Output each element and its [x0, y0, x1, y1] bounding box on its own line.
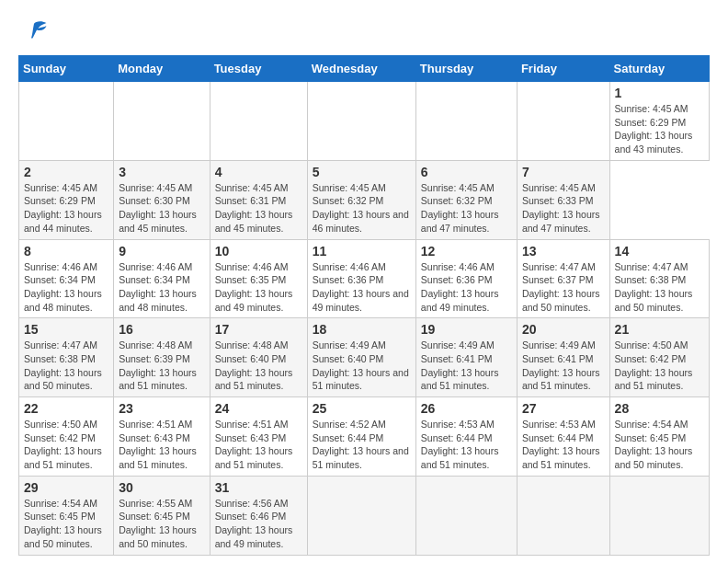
- day-number: 7: [522, 165, 605, 179]
- day-number: 2: [24, 165, 108, 179]
- calendar-week-row: 29Sunrise: 4:54 AMSunset: 6:45 PMDayligh…: [19, 476, 710, 555]
- calendar-cell: [517, 476, 609, 555]
- day-number: 22: [24, 401, 108, 416]
- calendar-cell: 3Sunrise: 4:45 AMSunset: 6:30 PMDaylight…: [114, 160, 210, 239]
- day-number: 21: [615, 322, 704, 337]
- day-info: Sunrise: 4:47 AMSunset: 6:38 PMDaylight:…: [615, 260, 704, 315]
- calendar-cell: 6Sunrise: 4:45 AMSunset: 6:32 PMDaylight…: [415, 160, 517, 239]
- calendar-cell: 21Sunrise: 4:50 AMSunset: 6:42 PMDayligh…: [609, 318, 709, 397]
- day-info: Sunrise: 4:46 AMSunset: 6:34 PMDaylight:…: [24, 260, 108, 315]
- day-number: 6: [421, 165, 512, 179]
- day-number: 3: [119, 165, 204, 179]
- calendar-cell: 22Sunrise: 4:50 AMSunset: 6:42 PMDayligh…: [19, 397, 114, 477]
- day-number: 28: [615, 401, 704, 416]
- calendar-week-row: 8Sunrise: 4:46 AMSunset: 6:34 PMDaylight…: [19, 239, 710, 318]
- calendar-cell: 5Sunrise: 4:45 AMSunset: 6:32 PMDaylight…: [307, 160, 415, 239]
- calendar-cell: [307, 476, 415, 555]
- header-wednesday: Wednesday: [307, 56, 415, 82]
- day-info: Sunrise: 4:45 AMSunset: 6:31 PMDaylight:…: [215, 181, 302, 236]
- day-number: 29: [24, 480, 108, 495]
- calendar-cell: [307, 82, 415, 161]
- calendar-header-row: SundayMondayTuesdayWednesdayThursdayFrid…: [19, 56, 710, 82]
- calendar-cell: 12Sunrise: 4:46 AMSunset: 6:36 PMDayligh…: [415, 239, 517, 318]
- day-number: 26: [421, 401, 512, 416]
- calendar-cell: [114, 82, 210, 161]
- header-saturday: Saturday: [609, 56, 709, 82]
- day-number: 24: [215, 401, 302, 416]
- calendar-table: SundayMondayTuesdayWednesdayThursdayFrid…: [18, 55, 710, 556]
- calendar-cell: [19, 82, 114, 161]
- day-number: 8: [24, 244, 108, 259]
- calendar-cell: 2Sunrise: 4:45 AMSunset: 6:29 PMDaylight…: [19, 160, 114, 239]
- day-info: Sunrise: 4:46 AMSunset: 6:36 PMDaylight:…: [421, 260, 512, 315]
- day-number: 31: [215, 480, 302, 495]
- header-tuesday: Tuesday: [210, 56, 307, 82]
- day-number: 13: [522, 244, 605, 259]
- calendar-cell: 17Sunrise: 4:48 AMSunset: 6:40 PMDayligh…: [210, 318, 307, 397]
- day-info: Sunrise: 4:53 AMSunset: 6:44 PMDaylight:…: [421, 418, 512, 472]
- day-info: Sunrise: 4:49 AMSunset: 6:41 PMDaylight:…: [421, 339, 512, 393]
- calendar-cell: [517, 82, 609, 161]
- page-header: [18, 18, 710, 46]
- calendar-cell: 14Sunrise: 4:47 AMSunset: 6:38 PMDayligh…: [609, 239, 709, 318]
- day-number: 15: [24, 322, 108, 337]
- day-number: 20: [522, 322, 605, 337]
- day-number: 18: [313, 322, 411, 337]
- day-number: 19: [421, 322, 512, 337]
- calendar-cell: 20Sunrise: 4:49 AMSunset: 6:41 PMDayligh…: [517, 318, 609, 397]
- day-number: 27: [522, 401, 605, 416]
- day-number: 9: [119, 244, 204, 259]
- day-number: 17: [215, 322, 302, 337]
- day-info: Sunrise: 4:54 AMSunset: 6:45 PMDaylight:…: [615, 418, 704, 472]
- calendar-cell: 10Sunrise: 4:46 AMSunset: 6:35 PMDayligh…: [210, 239, 307, 318]
- day-info: Sunrise: 4:48 AMSunset: 6:39 PMDaylight:…: [119, 339, 204, 393]
- header-friday: Friday: [517, 56, 609, 82]
- day-info: Sunrise: 4:52 AMSunset: 6:44 PMDaylight:…: [313, 418, 411, 472]
- calendar-cell: 29Sunrise: 4:54 AMSunset: 6:45 PMDayligh…: [19, 476, 114, 555]
- day-info: Sunrise: 4:47 AMSunset: 6:37 PMDaylight:…: [522, 260, 605, 315]
- calendar-cell: 11Sunrise: 4:46 AMSunset: 6:36 PMDayligh…: [307, 239, 415, 318]
- day-number: 1: [615, 86, 704, 100]
- calendar-cell: 8Sunrise: 4:46 AMSunset: 6:34 PMDaylight…: [19, 239, 114, 318]
- day-number: 14: [615, 244, 704, 259]
- calendar-cell: [415, 476, 517, 555]
- calendar-cell: 18Sunrise: 4:49 AMSunset: 6:40 PMDayligh…: [307, 318, 415, 397]
- day-number: 16: [119, 322, 204, 337]
- calendar-cell: 30Sunrise: 4:55 AMSunset: 6:45 PMDayligh…: [114, 476, 210, 555]
- calendar-week-row: 22Sunrise: 4:50 AMSunset: 6:42 PMDayligh…: [19, 397, 710, 477]
- day-info: Sunrise: 4:56 AMSunset: 6:46 PMDaylight:…: [215, 497, 302, 551]
- day-info: Sunrise: 4:49 AMSunset: 6:41 PMDaylight:…: [522, 339, 605, 393]
- calendar-cell: 1Sunrise: 4:45 AMSunset: 6:29 PMDaylight…: [609, 82, 709, 161]
- day-info: Sunrise: 4:46 AMSunset: 6:35 PMDaylight:…: [215, 260, 302, 315]
- day-info: Sunrise: 4:51 AMSunset: 6:43 PMDaylight:…: [215, 418, 302, 472]
- day-info: Sunrise: 4:55 AMSunset: 6:45 PMDaylight:…: [119, 497, 204, 551]
- day-info: Sunrise: 4:45 AMSunset: 6:32 PMDaylight:…: [313, 181, 411, 236]
- day-info: Sunrise: 4:45 AMSunset: 6:33 PMDaylight:…: [522, 181, 605, 236]
- calendar-cell: [609, 476, 709, 555]
- day-number: 5: [313, 165, 411, 179]
- day-number: 30: [119, 480, 204, 495]
- day-info: Sunrise: 4:46 AMSunset: 6:36 PMDaylight:…: [313, 260, 411, 315]
- logo: [18, 18, 48, 46]
- day-info: Sunrise: 4:45 AMSunset: 6:29 PMDaylight:…: [24, 181, 108, 236]
- calendar-cell: 31Sunrise: 4:56 AMSunset: 6:46 PMDayligh…: [210, 476, 307, 555]
- header-thursday: Thursday: [415, 56, 517, 82]
- calendar-cell: 4Sunrise: 4:45 AMSunset: 6:31 PMDaylight…: [210, 160, 307, 239]
- header-sunday: Sunday: [19, 56, 114, 82]
- day-number: 11: [313, 244, 411, 259]
- logo-bird-icon: [20, 18, 48, 46]
- day-info: Sunrise: 4:48 AMSunset: 6:40 PMDaylight:…: [215, 339, 302, 393]
- day-number: 10: [215, 244, 302, 259]
- day-info: Sunrise: 4:49 AMSunset: 6:40 PMDaylight:…: [313, 339, 411, 393]
- calendar-cell: 27Sunrise: 4:53 AMSunset: 6:44 PMDayligh…: [517, 397, 609, 477]
- calendar-week-row: 2Sunrise: 4:45 AMSunset: 6:29 PMDaylight…: [19, 160, 710, 239]
- calendar-cell: [415, 82, 517, 161]
- calendar-cell: 26Sunrise: 4:53 AMSunset: 6:44 PMDayligh…: [415, 397, 517, 477]
- calendar-cell: 23Sunrise: 4:51 AMSunset: 6:43 PMDayligh…: [114, 397, 210, 477]
- day-number: 4: [215, 165, 302, 179]
- day-number: 12: [421, 244, 512, 259]
- calendar-cell: 25Sunrise: 4:52 AMSunset: 6:44 PMDayligh…: [307, 397, 415, 477]
- calendar-cell: 15Sunrise: 4:47 AMSunset: 6:38 PMDayligh…: [19, 318, 114, 397]
- day-number: 25: [313, 401, 411, 416]
- calendar-cell: 19Sunrise: 4:49 AMSunset: 6:41 PMDayligh…: [415, 318, 517, 397]
